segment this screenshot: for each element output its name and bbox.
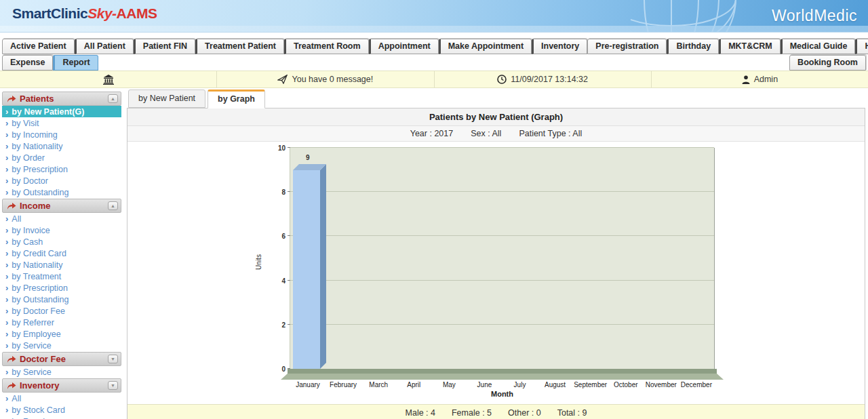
- chart-region: 0246810 Units JanuaryFebruaryMarchAprilM…: [127, 142, 865, 404]
- status-cell-messages[interactable]: You have 0 message!: [217, 71, 434, 87]
- sidebar-item-by-receive[interactable]: ›by Receive: [2, 416, 121, 419]
- filter-sex: Sex : All: [471, 129, 501, 138]
- sidebar-item-by-doctor[interactable]: ›by Doctor: [2, 175, 121, 186]
- sidebar-item-by-order[interactable]: ›by Order: [2, 152, 121, 163]
- section-header-inventory[interactable]: Inventory ▼: [2, 378, 121, 393]
- filter-patient-type: Patient Type : All: [519, 129, 582, 138]
- sidebar-item-income-by-prescription[interactable]: ›by Prescription: [2, 282, 121, 294]
- report-main: by New Patient by Graph Patients by New …: [127, 88, 865, 419]
- section-header-doctor-fee[interactable]: Doctor Fee ▼: [2, 352, 121, 366]
- status-cell-bank[interactable]: [0, 71, 217, 87]
- tab-report[interactable]: Report: [53, 55, 98, 71]
- tab-birthday[interactable]: Birthday: [667, 39, 719, 54]
- tab-patient-fin[interactable]: Patient FIN: [134, 39, 195, 54]
- collapse-down-button[interactable]: ▼: [108, 355, 118, 363]
- section-header-income[interactable]: Income ▲: [2, 199, 121, 213]
- sidebar-item-by-cash[interactable]: ›by Cash: [2, 236, 121, 247]
- sidebar-item-income-by-service[interactable]: ›by Service: [2, 340, 121, 351]
- collapse-up-button[interactable]: ▲: [108, 94, 118, 103]
- tab-make-appointment[interactable]: Make Appointment: [439, 39, 532, 54]
- sidebar-item-label: by Nationality: [12, 142, 62, 151]
- bar-january: 9: [293, 170, 320, 369]
- chevron-right-icon: ›: [5, 272, 8, 281]
- report-sidebar: Patients ▲ ›by New Patient(G) ›by Visit …: [0, 88, 123, 419]
- sidebar-item-label: by Referrer: [12, 318, 54, 327]
- sidebar-item-label: by Doctor: [12, 176, 48, 186]
- sidebar-item-by-nationality[interactable]: ›by Nationality: [2, 140, 121, 152]
- tab-expense[interactable]: Expense: [2, 55, 53, 71]
- clock-icon: [497, 75, 507, 84]
- y-axis-title: Units: [255, 254, 262, 270]
- sidebar-item-label: by Cash: [12, 237, 43, 247]
- x-tick-label: May: [431, 381, 467, 388]
- sidebar-item-label: by New Patient(G): [12, 107, 84, 117]
- logo-sky: Sky-: [87, 5, 116, 21]
- collapse-down-button[interactable]: ▼: [108, 381, 118, 390]
- x-tick-label: March: [361, 381, 396, 388]
- chart-floor-top: [288, 369, 717, 374]
- nav-row-2: Expense Report Booking Room: [0, 55, 868, 71]
- tab-inventory[interactable]: Inventory: [532, 39, 587, 54]
- sidebar-item-label: by Stock Card: [12, 405, 65, 415]
- sidebar-item-by-prescription[interactable]: ›by Prescription: [2, 163, 121, 175]
- bar-side-face: [320, 164, 326, 369]
- sidebar-item-label: by Credit Card: [12, 249, 66, 258]
- x-tick-label: October: [608, 381, 644, 388]
- sidebar-item-by-visit[interactable]: ›by Visit: [2, 117, 121, 129]
- collapse-up-button[interactable]: ▲: [108, 201, 118, 210]
- tab-help[interactable]: Help: [855, 39, 868, 54]
- status-bar: You have 0 message! 11/09/2017 13:14:32 …: [0, 71, 868, 88]
- chevron-right-icon: ›: [5, 176, 8, 185]
- tab-mkt-crm[interactable]: MKT&CRM: [719, 39, 781, 54]
- sidebar-item-income-all[interactable]: ›All: [2, 213, 121, 224]
- tab-treatment-room[interactable]: Treatment Room: [284, 39, 369, 54]
- status-cell-user[interactable]: Admin: [652, 71, 868, 87]
- summary-total: Total : 9: [557, 408, 587, 418]
- section-header-patients[interactable]: Patients ▲: [2, 92, 121, 106]
- chevron-right-icon: ›: [5, 130, 8, 139]
- tab-treatment-patient[interactable]: Treatment Patient: [195, 39, 284, 54]
- sidebar-item-by-referrer[interactable]: ›by Referrer: [2, 317, 121, 328]
- sidebar-item-label: by Order: [12, 153, 45, 163]
- sidebar-item-by-credit-card[interactable]: ›by Credit Card: [2, 247, 121, 259]
- tab-active-patient[interactable]: Active Patient: [2, 39, 75, 54]
- sidebar-item-by-invoice[interactable]: ›by Invoice: [2, 224, 121, 236]
- tab-medical-guide[interactable]: Medical Guide: [781, 39, 856, 54]
- chevron-right-icon: ›: [5, 405, 8, 414]
- sidebar-item-inventory-all[interactable]: ›All: [2, 393, 121, 404]
- tab-appointment[interactable]: Appointment: [369, 39, 439, 54]
- sidebar-item-income-by-outstanding[interactable]: ›by Outstanding: [2, 294, 121, 305]
- message-plane-icon: [277, 75, 288, 84]
- chart-floor-front: [281, 374, 724, 380]
- tab-booking-room[interactable]: Booking Room: [789, 55, 866, 71]
- tab-by-new-patient[interactable]: by New Patient: [128, 89, 205, 108]
- chevron-right-icon: ›: [5, 107, 8, 116]
- redirect-arrow-icon: [7, 382, 16, 390]
- sidebar-item-label: by Service: [12, 367, 51, 377]
- y-tick-label: 4: [281, 277, 285, 284]
- x-tick-label: July: [502, 381, 537, 388]
- chevron-right-icon: ›: [5, 237, 8, 246]
- chevron-right-icon: ›: [5, 142, 8, 151]
- sidebar-item-by-doctor-fee[interactable]: ›by Doctor Fee: [2, 305, 121, 317]
- sidebar-item-by-outstanding[interactable]: ›by Outstanding: [2, 186, 121, 198]
- sidebar-item-income-by-nationality[interactable]: ›by Nationality: [2, 259, 121, 271]
- sidebar-item-by-incoming[interactable]: ›by Incoming: [2, 129, 121, 140]
- tab-by-graph[interactable]: by Graph: [208, 89, 265, 108]
- x-tick-label: February: [326, 381, 361, 388]
- status-cell-datetime: 11/09/2017 13:14:32: [435, 71, 652, 87]
- sidebar-item-by-employee[interactable]: ›by Employee: [2, 328, 121, 340]
- tab-all-patient[interactable]: All Patient: [75, 39, 134, 54]
- chevron-right-icon: ›: [5, 318, 8, 327]
- sidebar-item-label: by Service: [12, 341, 51, 351]
- sidebar-item-label: by Outstanding: [12, 188, 68, 197]
- sidebar-item-doctorfee-by-service[interactable]: ›by Service: [2, 366, 121, 378]
- tab-pre-registration[interactable]: Pre-registration: [587, 39, 667, 54]
- filter-year: Year : 2017: [410, 129, 453, 138]
- gridline: [290, 280, 714, 281]
- logged-in-user: Admin: [754, 75, 778, 84]
- sidebar-item-by-stock-card[interactable]: ›by Stock Card: [2, 404, 121, 416]
- chevron-right-icon: ›: [5, 188, 8, 197]
- sidebar-item-by-new-patient-g[interactable]: ›by New Patient(G): [2, 106, 121, 117]
- sidebar-item-by-treatment[interactable]: ›by Treatment: [2, 271, 121, 282]
